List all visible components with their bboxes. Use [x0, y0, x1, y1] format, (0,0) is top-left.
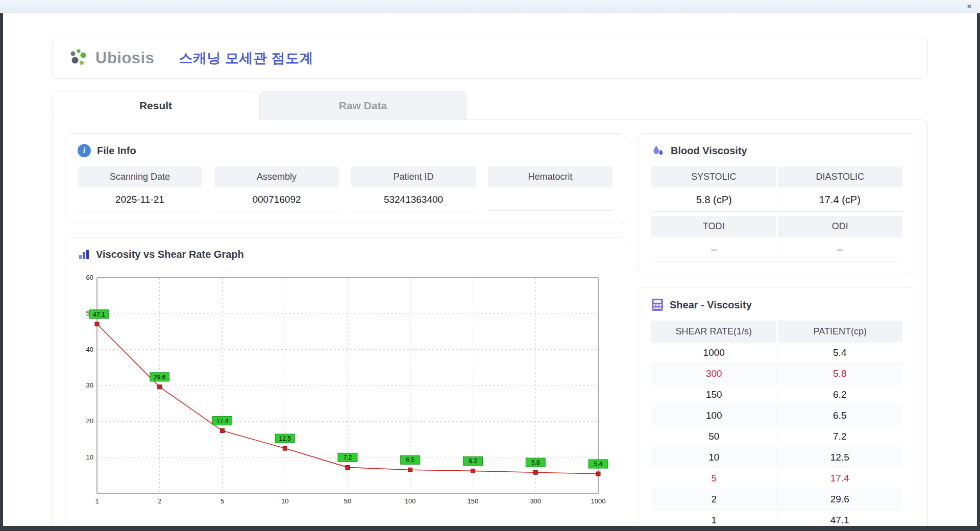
blood-droplets-icon [651, 144, 665, 157]
patient-cell: 5.4 [777, 343, 902, 364]
app-header: ​Ubiosis 스캐닝 모세관 점도계 [52, 38, 928, 79]
patient-cell: 7.2 [777, 426, 902, 447]
svg-text:1000: 1000 [591, 497, 606, 505]
table-row: 150 6.2 [651, 384, 902, 405]
ubiosis-logo-text: ​Ubiosis [95, 49, 154, 67]
svg-text:1: 1 [95, 497, 99, 505]
app-title: 스캐닝 모세관 점도계 [179, 49, 313, 67]
table-row: 300 5.8 [651, 364, 902, 384]
patient-cell: 6.5 [777, 405, 902, 426]
field-value: 53241363400 [351, 187, 476, 211]
column-header-systolic: SYSTOLIC [651, 166, 777, 187]
blood-viscosity-title-text: Blood Viscosity [671, 145, 747, 157]
patient-cell: 6.2 [777, 384, 902, 405]
column-header-shear-rate: SHEAR RATE(1/s) [651, 321, 777, 343]
svg-text:29.6: 29.6 [154, 374, 166, 381]
ubiosis-logo-icon [68, 47, 91, 69]
field-scanning-date: Scanning Date 2025-11-21 [78, 166, 202, 211]
svg-text:7.2: 7.2 [344, 454, 352, 461]
svg-text:6.5: 6.5 [406, 456, 414, 464]
field-label: Patient ID [351, 166, 476, 187]
diastolic-value: 17.4 (cP) [777, 187, 902, 212]
file-info-card: i File Info Scanning Date 2025-11-21 Ass… [65, 133, 625, 224]
field-assembly: Assembly 000716092 [214, 166, 339, 211]
svg-text:12.5: 12.5 [279, 435, 291, 442]
tab-result[interactable]: Result [52, 91, 259, 120]
graph-title-text: Viscosity vs Shear Rate Graph [96, 249, 244, 260]
table-row: 2 29.6 [651, 489, 902, 510]
svg-text:100: 100 [405, 497, 416, 505]
patient-cell: 17.4 [777, 468, 902, 489]
result-panel: i File Info Scanning Date 2025-11-21 Ass… [52, 119, 928, 526]
svg-text:10: 10 [281, 497, 288, 505]
blood-viscosity-table-1: SYSTOLIC DIASTOLIC 5.8 (cP) 17.4 (cP) [651, 166, 902, 212]
shear-cell: 10 [651, 447, 777, 468]
bar-chart-icon [78, 248, 90, 260]
svg-text:40: 40 [86, 346, 93, 353]
svg-text:20: 20 [86, 417, 93, 425]
column-header-diastolic: DIASTOLIC [777, 166, 902, 187]
svg-text:60: 60 [86, 274, 93, 281]
blood-viscosity-card: Blood Viscosity SYSTOLIC DIASTOLIC 5.8 (… [639, 133, 915, 274]
table-row: 5 17.4 [651, 468, 902, 489]
tab-raw-data[interactable]: Raw Data [259, 91, 467, 120]
odi-value: – [777, 237, 902, 261]
patient-cell: 12.5 [777, 447, 902, 468]
field-label: Hematocrit [488, 166, 612, 187]
field-patient-id: Patient ID 53241363400 [351, 166, 476, 211]
svg-text:6.2: 6.2 [469, 457, 477, 465]
table-row: 100 6.5 [651, 405, 902, 426]
shear-cell: 1 [651, 510, 777, 526]
file-info-fields: Scanning Date 2025-11-21 Assembly 000716… [78, 166, 612, 211]
column-header-todi: TODI [651, 216, 777, 237]
shear-cell: 1000 [651, 343, 777, 364]
shear-cell: 150 [651, 384, 777, 405]
graph-title: Viscosity vs Shear Rate Graph [78, 248, 612, 260]
blood-viscosity-title: Blood Viscosity [651, 144, 902, 157]
field-value [488, 187, 612, 211]
field-value: 000716092 [214, 187, 339, 211]
table-row: 50 7.2 [651, 426, 902, 447]
table-row: 1 47.1 [651, 510, 902, 526]
svg-text:150: 150 [468, 497, 479, 505]
table-row: 1000 5.4 [651, 343, 902, 364]
table-row: 10 12.5 [651, 447, 902, 468]
field-hematocrit: Hematocrit [488, 166, 612, 211]
column-header-patient: PATIENT(cp) [777, 321, 902, 343]
file-info-title-text: File Info [97, 145, 136, 157]
blood-viscosity-table-2: TODI ODI – – [651, 216, 902, 261]
file-info-title: i File Info [78, 144, 612, 157]
graph-card: Viscosity vs Shear Rate Graph 1020304050… [65, 237, 625, 526]
svg-text:5: 5 [220, 497, 224, 505]
shear-viscosity-title-text: Shear - Viscosity [670, 299, 752, 311]
window-titlebar: × [0, 0, 980, 13]
todi-value: – [651, 237, 777, 261]
shear-cell: 100 [651, 405, 777, 426]
svg-text:10: 10 [86, 453, 93, 461]
shear-cell: 2 [651, 489, 777, 510]
app-window: ​Ubiosis 스캐닝 모세관 점도계 Result Raw Data i F… [3, 13, 977, 526]
info-icon: i [78, 144, 91, 157]
shear-viscosity-card: Shear - Viscosity SHEAR RATE(1/s) PATIEN… [639, 287, 915, 526]
shear-viscosity-title: Shear - Viscosity [651, 298, 902, 311]
field-label: Assembly [214, 166, 339, 187]
patient-cell: 47.1 [777, 510, 902, 526]
patient-cell: 29.6 [777, 489, 902, 510]
shear-cell: 300 [651, 364, 777, 384]
systolic-value: 5.8 (cP) [651, 187, 777, 212]
svg-text:50: 50 [344, 497, 351, 505]
tab-bar: Result Raw Data [52, 91, 928, 120]
shear-cell: 50 [651, 426, 777, 447]
svg-text:30: 30 [86, 381, 93, 389]
column-header-odi: ODI [777, 216, 902, 237]
calculator-icon [651, 298, 664, 311]
shear-cell: 5 [651, 468, 777, 489]
shear-viscosity-table: SHEAR RATE(1/s) PATIENT(cp) 1000 5.4 300 [651, 321, 902, 526]
window-close-button[interactable]: × [962, 1, 977, 12]
svg-text:300: 300 [530, 497, 541, 505]
field-label: Scanning Date [78, 166, 202, 187]
svg-text:2: 2 [158, 497, 161, 505]
ubiosis-logo: ​Ubiosis [68, 47, 154, 69]
patient-cell: 5.8 [777, 364, 902, 384]
svg-text:5.4: 5.4 [594, 461, 603, 468]
